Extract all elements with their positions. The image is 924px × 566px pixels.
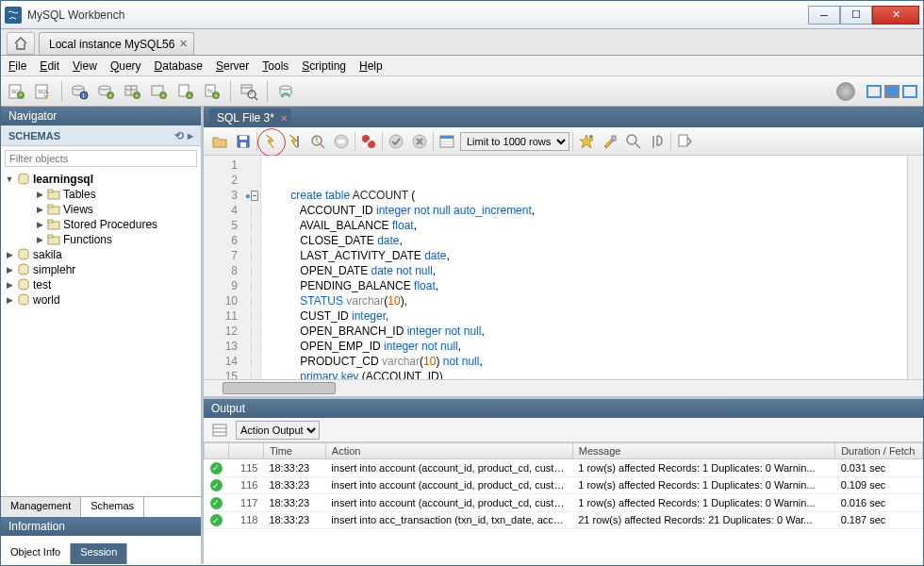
svg-line-30: [255, 97, 257, 100]
refresh-schemas-icon[interactable]: ⟲: [174, 129, 184, 142]
database-icon: [17, 248, 30, 261]
window-title: MySQL Workbench: [27, 8, 808, 22]
add-view-icon[interactable]: +: [149, 81, 170, 102]
execute-current-icon[interactable]: [284, 131, 305, 152]
reconnect-icon[interactable]: [275, 81, 296, 102]
output-col-status[interactable]: [228, 443, 263, 459]
output-row[interactable]: ✓11618:33:23insert into account (account…: [205, 476, 923, 494]
commit-icon[interactable]: [386, 131, 406, 152]
output-row[interactable]: ✓11718:33:23insert into account (account…: [205, 494, 923, 512]
output-col-message[interactable]: Message: [572, 443, 834, 459]
add-procedure-icon[interactable]: +: [175, 81, 196, 102]
nav-tab-management[interactable]: Management: [1, 497, 81, 517]
editor-toolbar: Limit to 1000 rows: [204, 127, 923, 156]
search-table-icon[interactable]: [239, 81, 259, 102]
tree-item-tables[interactable]: ▶Tables: [1, 187, 201, 202]
beautify-icon[interactable]: [576, 131, 597, 152]
tree-caret[interactable]: ▶: [5, 280, 14, 290]
tree-caret[interactable]: ▼: [5, 175, 14, 184]
limit-rows-icon[interactable]: [437, 131, 457, 152]
output-col-time[interactable]: Time: [263, 443, 325, 459]
inspector-icon[interactable]: i: [70, 81, 91, 102]
tree-item-learningsql[interactable]: ▼learningsql: [1, 172, 201, 187]
tree-label: Tables: [63, 188, 96, 201]
rollback-icon[interactable]: [409, 131, 430, 152]
menu-scripting[interactable]: Scripting: [302, 59, 346, 73]
tree-label: world: [33, 293, 60, 307]
status-ok-icon: ✓: [210, 479, 223, 491]
output-type-select[interactable]: Action Output: [236, 421, 320, 440]
open-sql-icon[interactable]: SQL: [33, 81, 54, 102]
snippets-icon[interactable]: [674, 131, 695, 152]
line-number-gutter: 12345678910111213141516: [204, 156, 243, 379]
output-row[interactable]: ✓11518:33:23insert into account (account…: [205, 459, 923, 477]
filter-objects-input[interactable]: [5, 150, 197, 167]
tree-item-stored-procedures[interactable]: ▶Stored Procedures: [1, 217, 201, 232]
close-tab-icon[interactable]: ✕: [179, 38, 188, 50]
tree-item-sakila[interactable]: ▶sakila: [1, 247, 201, 262]
tree-item-test[interactable]: ▶test: [1, 277, 201, 292]
vertical-scrollbar[interactable]: [907, 156, 923, 379]
right-panel-toggle[interactable]: [902, 85, 917, 98]
output-col-action[interactable]: Action: [325, 443, 572, 459]
connection-tab[interactable]: Local instance MySQL56✕: [39, 32, 194, 55]
tree-caret[interactable]: ▶: [35, 220, 44, 229]
wrap-icon[interactable]: [647, 131, 668, 152]
stop-icon[interactable]: [331, 131, 352, 152]
output-col-status[interactable]: [205, 443, 229, 459]
information-tabs: Object InfoSession: [1, 543, 201, 564]
svg-text:+: +: [161, 92, 165, 98]
maximize-button[interactable]: ☐: [840, 6, 872, 25]
tree-item-functions[interactable]: ▶Functions: [1, 232, 201, 247]
menu-tools[interactable]: Tools: [262, 59, 289, 73]
sql-tab[interactable]: SQL File 3*✕: [209, 108, 291, 127]
sql-editor[interactable]: 12345678910111213141516 ● −││││││││││││ …: [204, 156, 923, 379]
svg-text:+: +: [135, 92, 139, 98]
add-table-icon[interactable]: +: [123, 81, 143, 102]
menu-bar: FileEditViewQueryDatabaseServerToolsScri…: [1, 56, 923, 76]
invisible-chars-icon[interactable]: [623, 131, 644, 152]
tree-caret[interactable]: ▶: [35, 235, 44, 244]
menu-database[interactable]: Database: [155, 59, 203, 73]
close-button[interactable]: ✕: [872, 6, 919, 25]
menu-help[interactable]: Help: [359, 59, 383, 73]
menu-file[interactable]: File: [8, 59, 26, 73]
add-schema-icon[interactable]: +: [96, 81, 117, 102]
tree-caret[interactable]: ▶: [5, 265, 14, 275]
menu-server[interactable]: Server: [216, 59, 249, 73]
settings-icon[interactable]: [836, 82, 855, 101]
new-sql-icon[interactable]: SQL+: [7, 81, 27, 102]
save-icon[interactable]: [233, 131, 254, 152]
minimize-button[interactable]: ─: [808, 6, 840, 25]
output-view-icon[interactable]: [209, 420, 230, 441]
output-row[interactable]: ✓11818:33:23insert into acc_transaction …: [205, 511, 923, 529]
tree-item-simplehr[interactable]: ▶simplehr: [1, 262, 201, 277]
info-tab-session[interactable]: Session: [71, 543, 127, 564]
tree-caret[interactable]: ▶: [5, 295, 14, 305]
close-sql-tab-icon[interactable]: ✕: [280, 113, 288, 124]
explain-icon[interactable]: [307, 131, 328, 152]
tree-caret[interactable]: ▶: [35, 190, 44, 199]
tree-caret[interactable]: ▶: [35, 205, 44, 214]
tree-item-world[interactable]: ▶world: [1, 292, 201, 308]
left-panel-toggle[interactable]: [866, 85, 882, 98]
open-file-icon[interactable]: [209, 131, 230, 152]
menu-edit[interactable]: Edit: [40, 59, 59, 73]
code-area[interactable]: create table ACCOUNT ( ACCOUNT_ID intege…: [261, 156, 907, 379]
home-button[interactable]: [7, 32, 35, 55]
bottom-panel-toggle[interactable]: [884, 85, 899, 98]
limit-rows-select[interactable]: Limit to 1000 rows: [460, 132, 569, 151]
nav-tab-schemas[interactable]: Schemas: [81, 497, 144, 517]
menu-view[interactable]: View: [73, 59, 97, 73]
add-function-icon[interactable]: fx+: [202, 81, 223, 102]
horizontal-scrollbar[interactable]: [204, 379, 923, 396]
toggle-autocommit-icon[interactable]: [358, 131, 379, 152]
find-icon[interactable]: [600, 131, 620, 152]
tree-caret[interactable]: ▶: [5, 250, 14, 259]
output-col-duration-fetch[interactable]: Duration / Fetch: [835, 443, 923, 459]
info-tab-object-info[interactable]: Object Info: [1, 543, 71, 564]
expand-schemas-icon[interactable]: ▸: [188, 129, 193, 142]
execute-icon[interactable]: [260, 131, 281, 152]
tree-item-views[interactable]: ▶Views: [1, 202, 201, 217]
menu-query[interactable]: Query: [110, 59, 141, 73]
